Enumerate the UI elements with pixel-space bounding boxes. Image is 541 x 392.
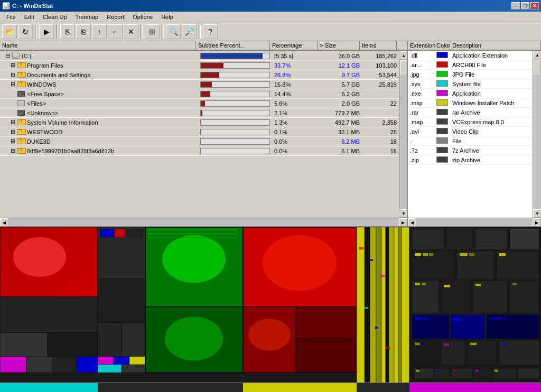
folder-icon-9 bbox=[17, 139, 25, 144]
expand-icon-1[interactable]: ⊞ bbox=[11, 62, 15, 69]
expand-icon-9[interactable]: ⊞ bbox=[11, 138, 15, 145]
expand-button[interactable]: ⊞ bbox=[145, 24, 160, 39]
expand-icon-8[interactable]: ⊞ bbox=[11, 128, 15, 135]
col-items[interactable]: Items bbox=[360, 41, 397, 50]
row-name-8: ⊞ WESTWOOD bbox=[0, 128, 198, 136]
ext-col-ext[interactable]: Extension bbox=[408, 41, 434, 50]
scroll-thumb[interactable] bbox=[400, 60, 407, 76]
expand-icon-3[interactable]: ⊞ bbox=[11, 81, 15, 88]
scroll-up-arrow[interactable]: ▲ bbox=[399, 51, 407, 60]
zoom-out-button[interactable]: 🔎 bbox=[182, 24, 197, 39]
ext-row[interactable]: .dll Application Extension bbox=[408, 51, 533, 60]
svg-rect-34 bbox=[296, 307, 357, 339]
ext-col-desc[interactable]: Description bbox=[450, 41, 541, 50]
expand-icon-2[interactable]: ⊞ bbox=[11, 71, 15, 78]
row-size-10: 6.1 MB bbox=[320, 147, 362, 155]
menu-file[interactable]: File bbox=[2, 13, 20, 21]
expand-icon[interactable]: ⊟ bbox=[5, 52, 10, 59]
menu-options[interactable]: Options bbox=[128, 13, 157, 21]
h-scroll-left[interactable]: ◀ bbox=[0, 218, 8, 226]
row-name-1: ⊞ Program Files bbox=[0, 61, 198, 69]
menu-cleanup[interactable]: Clean Up bbox=[39, 13, 71, 21]
row-bar-1 bbox=[198, 61, 272, 70]
ext-row[interactable]: .rar rar Archive bbox=[408, 108, 533, 117]
table-row[interactable]: ⊞ Program Files 33.7% 12.1 GB 103,100 bbox=[0, 61, 399, 70]
tree-list[interactable]: ⊟ (C:) [5:35 s] 36.0 GB 185,262 bbox=[0, 51, 399, 218]
col-scroll bbox=[397, 41, 405, 50]
svg-rect-65 bbox=[460, 253, 468, 256]
menu-report[interactable]: Report bbox=[102, 13, 128, 21]
col-percentage[interactable]: Percentage bbox=[270, 41, 318, 50]
menu-edit[interactable]: Edit bbox=[20, 13, 39, 21]
scroll-down-arrow[interactable]: ▼ bbox=[399, 209, 407, 218]
svg-rect-51 bbox=[365, 307, 368, 309]
col-size[interactable]: > Size bbox=[318, 41, 360, 50]
ext-row[interactable]: .exe Application bbox=[408, 89, 533, 98]
h-scroll-right[interactable]: ▶ bbox=[399, 218, 407, 226]
ext-color-10 bbox=[434, 146, 450, 155]
ext-row[interactable]: .ar... ARCH00 File bbox=[408, 60, 533, 70]
close-button[interactable]: ✕ bbox=[530, 2, 539, 10]
table-row[interactable]: ⊞ <Unknown> 2.1% 779.2 MB bbox=[0, 108, 399, 118]
ext-row[interactable]: .map VCExpress.map.8.0 bbox=[408, 117, 533, 127]
expand-icon-7[interactable]: ⊞ bbox=[11, 119, 15, 126]
help-button[interactable]: ? bbox=[203, 24, 218, 39]
minimize-button[interactable]: ─ bbox=[511, 2, 520, 10]
table-row[interactable]: ⊞ WESTWOOD 0.1% 32.1 MB 28 bbox=[0, 127, 399, 137]
ext-color-7 bbox=[434, 118, 450, 126]
col-subtree[interactable]: Subtree Percent... bbox=[196, 41, 270, 50]
row-name-7: ⊞ System Volume Information bbox=[0, 118, 198, 126]
table-row[interactable]: ⊞ DUKE3D 0.0% 8.2 MB 18 bbox=[0, 137, 399, 146]
ext-col-color[interactable]: Color bbox=[434, 41, 450, 50]
ext-scroll-down[interactable]: ▼ bbox=[533, 209, 541, 218]
table-row[interactable]: ⊞ <Free Space> 14.4% 5.2 GB bbox=[0, 89, 399, 99]
paste-button[interactable]: ⎗ bbox=[76, 24, 91, 39]
svg-rect-13 bbox=[98, 279, 145, 323]
treemap-section[interactable] bbox=[0, 227, 541, 382]
maximize-button[interactable]: □ bbox=[521, 2, 529, 10]
copy-button[interactable]: ⎘ bbox=[60, 24, 75, 39]
up-button[interactable]: ↑ bbox=[92, 24, 107, 39]
play-button[interactable]: ▶ bbox=[39, 24, 54, 39]
ext-color-9 bbox=[434, 137, 450, 145]
table-row[interactable]: ⊞ WINDOWS 15.8% 5.7 GB 25,819 bbox=[0, 80, 399, 89]
table-row[interactable]: ⊞ System Volume Information 1.3% 492.7 M… bbox=[0, 118, 399, 127]
tree-scrollbar[interactable]: ▲ ▼ bbox=[399, 51, 407, 218]
col-name[interactable]: Name bbox=[0, 41, 196, 50]
svg-rect-101 bbox=[518, 369, 539, 379]
back-button[interactable]: ← bbox=[108, 24, 123, 39]
ext-h-track[interactable] bbox=[416, 218, 533, 226]
ext-row[interactable]: .avi Video Clip bbox=[408, 127, 533, 136]
ext-h-right[interactable]: ▶ bbox=[533, 218, 541, 226]
ext-row[interactable]: .7z 7z Archive bbox=[408, 146, 533, 155]
ext-row[interactable]: .jpg JPG File bbox=[408, 70, 533, 79]
ext-row[interactable]: .sys System file bbox=[408, 79, 533, 89]
ext-row[interactable]: .msp Windows Installer Patch bbox=[408, 98, 533, 108]
ext-h-left[interactable]: ◀ bbox=[408, 218, 416, 226]
expand-icon-10[interactable]: ⊞ bbox=[11, 147, 15, 154]
row-label-3: WINDOWS bbox=[27, 81, 57, 88]
table-row[interactable]: ⊟ (C:) [5:35 s] 36.0 GB 185,262 bbox=[0, 51, 399, 61]
open-button[interactable]: 📂 bbox=[2, 24, 17, 39]
color-seg-dark1 bbox=[98, 383, 145, 393]
row-items-0: 185,262 bbox=[362, 52, 399, 60]
ext-scroll-thumb[interactable] bbox=[534, 60, 541, 76]
delete-button[interactable]: ✕ bbox=[124, 24, 138, 39]
ext-scrollbar[interactable]: ▲ ▼ bbox=[533, 51, 541, 218]
ext-row[interactable]: . File bbox=[408, 136, 533, 146]
tree-scroll-wrapper: ⊟ (C:) [5:35 s] 36.0 GB 185,262 bbox=[0, 51, 407, 218]
row-pct-2: 26.8% bbox=[272, 71, 320, 79]
ext-h-scroll: ◀ ▶ bbox=[408, 218, 541, 226]
row-bar-10 bbox=[198, 147, 272, 155]
table-row[interactable]: ⊞ Documents and Settings 26.8% 9.7 GB 53… bbox=[0, 70, 399, 80]
table-row[interactable]: ⊞ <Files> 5.6% 2.0 GB 22 bbox=[0, 99, 399, 108]
ext-scroll-up[interactable]: ▲ bbox=[533, 51, 541, 59]
h-scroll-track[interactable] bbox=[8, 218, 399, 226]
menu-treemap[interactable]: Treemap bbox=[71, 13, 103, 21]
zoom-in-button[interactable]: 🔍 bbox=[166, 24, 181, 39]
table-row[interactable]: ⊞ 8df9e5999701b0aa828f3a6d812b 0.0% 6.1 … bbox=[0, 146, 399, 156]
menu-help[interactable]: Help bbox=[157, 13, 178, 21]
refresh-button[interactable]: ↻ bbox=[18, 24, 33, 39]
ext-body[interactable]: .dll Application Extension .ar... ARCH00… bbox=[408, 51, 533, 218]
ext-row[interactable]: .zip zip Archive bbox=[408, 155, 533, 165]
